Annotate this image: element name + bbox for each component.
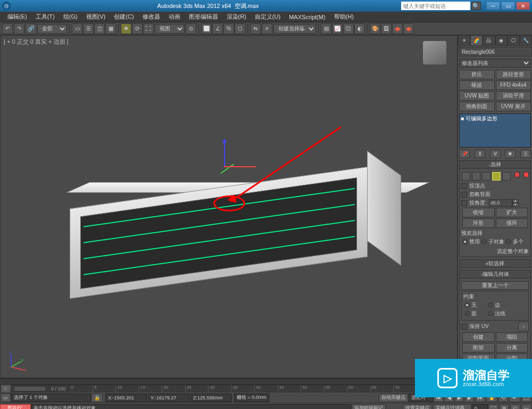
rad-edge[interactable]	[488, 302, 493, 308]
selection-filter[interactable]: 全部	[37, 24, 67, 34]
chk-preserveuv[interactable]	[461, 324, 467, 330]
select-region-button[interactable]: ◫	[94, 23, 105, 34]
mod-noise[interactable]: 噪波	[459, 80, 495, 90]
rad-multi[interactable]	[506, 239, 511, 244]
nav-max[interactable]: ◱	[510, 404, 520, 410]
tab-motion[interactable]: ◉	[495, 35, 508, 46]
btn-repeat-last[interactable]: 重复上一个	[461, 281, 529, 290]
btn-grow[interactable]: 扩大	[496, 208, 528, 217]
subobj-vertex[interactable]	[462, 172, 470, 181]
frame-field[interactable]: 0	[472, 404, 488, 410]
ref-coord-system[interactable]: 视图	[155, 24, 185, 34]
viewport-label[interactable]: [ + 0 正交 0 真实 + 边面 ]	[4, 38, 69, 46]
select-button[interactable]: ▭	[72, 23, 82, 34]
menu-modifiers[interactable]: 修改器	[138, 13, 164, 21]
render-setup-button[interactable]: 🎨	[370, 23, 380, 34]
btn-detach[interactable]: 分离	[496, 343, 528, 353]
close-button[interactable]: ✕	[516, 2, 530, 10]
snap-toggle[interactable]: ⬜	[201, 23, 212, 34]
named-sel-set[interactable]: 创建选择集	[273, 24, 316, 34]
chk-byvertex[interactable]	[461, 183, 467, 189]
rad-none[interactable]	[464, 302, 470, 308]
coord-z[interactable]: Z: 125.595mm	[190, 394, 232, 402]
tab-create[interactable]: ✳	[458, 35, 470, 46]
time-slider[interactable]	[14, 386, 46, 391]
autokey-toggle[interactable]: 自动关键点	[379, 394, 408, 402]
render-frame-button[interactable]: 🖼	[381, 23, 392, 34]
mod-pathdeform[interactable]: 路径变形	[496, 70, 531, 79]
coord-y[interactable]: Y: -16179.27	[148, 394, 189, 402]
menu-grapheditors[interactable]: 图形编辑器	[185, 13, 222, 21]
spinner-snap[interactable]: ⬡	[235, 23, 245, 34]
menu-create[interactable]: 创建(C)	[110, 13, 138, 21]
modifier-list[interactable]: 修改器列表	[459, 59, 531, 68]
menu-animation[interactable]: 动画	[164, 13, 185, 21]
viewport[interactable]: [ + 0 正交 0 真实 + 边面 ] z	[0, 35, 458, 378]
chk-byangle[interactable]	[461, 200, 467, 206]
viewcube[interactable]	[423, 41, 446, 64]
remove-modifier[interactable]: ✖	[505, 150, 516, 158]
chk-ignoreback[interactable]	[461, 192, 467, 198]
mod-turbosmooth[interactable]: 涡轮平滑	[496, 91, 531, 101]
show-end-result[interactable]: Ⅱ	[475, 150, 485, 158]
menu-rendering[interactable]: 渲染(R)	[222, 13, 251, 21]
pivot-button[interactable]: ⊙	[186, 23, 196, 34]
render-button[interactable]: 🫖	[392, 23, 403, 34]
redo-button[interactable]: ↷	[14, 23, 24, 34]
btn-collapse[interactable]: 塌陷	[496, 332, 528, 342]
rad-normal[interactable]	[488, 311, 493, 316]
render-prod-button[interactable]: 🫖	[403, 23, 414, 34]
time-config[interactable]: ⛭	[1, 385, 11, 393]
nav-zoom-ext[interactable]: ⛶	[488, 404, 498, 410]
menu-help[interactable]: 帮助(H)	[330, 13, 358, 21]
link-button[interactable]: 🔗	[26, 23, 36, 34]
mod-ffd[interactable]: FFD 4x4x4	[496, 80, 531, 90]
percent-snap[interactable]: %	[223, 23, 234, 34]
object-name-input[interactable]	[459, 47, 532, 56]
undo-button[interactable]: ↶	[2, 23, 13, 34]
mod-uvwunwrap[interactable]: UVW 展开	[496, 102, 531, 111]
sb-script[interactable]: ▭	[1, 394, 11, 402]
move-button[interactable]: ✥	[121, 23, 131, 34]
btn-create[interactable]: 创建	[462, 332, 495, 342]
line-indicator[interactable]: 所在行:	[0, 404, 31, 410]
rad-subobj[interactable]	[481, 239, 487, 244]
rollout-editgeom[interactable]: - 编辑几何体	[459, 270, 531, 279]
rollout-selection[interactable]: - 选择	[459, 160, 531, 169]
tab-utilities[interactable]: 🔧	[520, 35, 532, 46]
nav-zoom-all[interactable]: ⊞	[500, 404, 509, 410]
menu-views[interactable]: 视图(V)	[82, 13, 110, 21]
layers-button[interactable]: ▤	[321, 23, 331, 34]
nav-region[interactable]: ▭	[521, 404, 531, 410]
rad-disable[interactable]	[462, 239, 468, 244]
subobj-border[interactable]	[482, 172, 491, 181]
menu-tools[interactable]: 工具(T)	[31, 13, 59, 21]
btn-attach[interactable]: 附加	[462, 343, 495, 353]
minimize-button[interactable]: ─	[486, 2, 500, 10]
menu-customize[interactable]: 自定义(U)	[251, 13, 285, 21]
menu-maxscript[interactable]: MAXScript(M)	[285, 14, 329, 20]
btn-shrink[interactable]: 收缩	[462, 208, 495, 217]
rotate-button[interactable]: ⟳	[132, 23, 143, 34]
tab-hierarchy[interactable]: 品	[483, 35, 495, 46]
window-crossing-button[interactable]: ▦	[105, 23, 116, 34]
mirror-button[interactable]: ⇋	[250, 23, 261, 34]
subobj-edge[interactable]	[472, 172, 480, 181]
scale-button[interactable]: ⛶	[143, 23, 154, 34]
subobj-polygon[interactable]	[492, 172, 501, 181]
schematic-button[interactable]: ⿻	[343, 23, 354, 34]
search-icon[interactable]: 🔍	[471, 2, 481, 10]
set-key[interactable]: 设置关键点	[403, 404, 432, 410]
curve-editor-button[interactable]: 📈	[332, 23, 343, 34]
tab-display[interactable]: 🖵	[508, 35, 520, 46]
subobj-element[interactable]	[502, 172, 511, 181]
configure-sets[interactable]: ☰	[520, 150, 531, 158]
select-name-button[interactable]: ☰	[83, 23, 94, 34]
restore-button[interactable]: ▭	[501, 2, 515, 10]
mod-bevelprofile[interactable]: 倒角剖面	[459, 102, 495, 111]
modifier-stack[interactable]: ■ 可编辑多边形	[459, 113, 531, 148]
rollout-softselect[interactable]: + 软选择	[459, 259, 531, 268]
angle-spinner[interactable]	[489, 199, 512, 207]
align-button[interactable]: ≡	[262, 23, 272, 34]
add-time-tag[interactable]: 添加时间标记	[352, 404, 386, 410]
